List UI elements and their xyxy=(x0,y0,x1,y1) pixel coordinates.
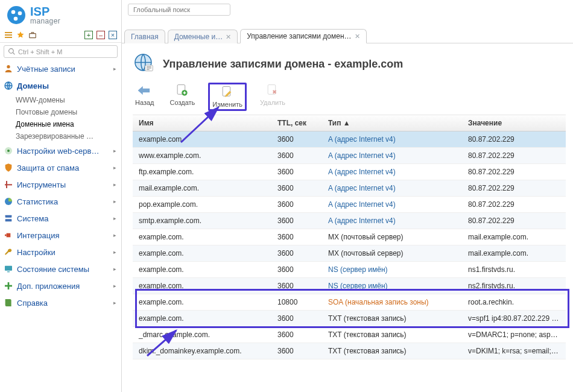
col-name[interactable]: Имя xyxy=(133,115,271,131)
nav-extra[interactable]: Доп. приложения▸ xyxy=(0,277,121,294)
chevron-right-icon: ▸ xyxy=(113,215,116,221)
nav-accounts[interactable]: Учётные записи▸ xyxy=(0,60,121,77)
table-row[interactable]: example.com.3600MX (почтовый сервер)mail… xyxy=(133,245,566,262)
table-row[interactable]: example.com.3600TXT (текстовая запись)v=… xyxy=(133,311,566,327)
table-row[interactable]: _dmarc.example.com.3600TXT (текстовая за… xyxy=(133,327,566,343)
cell-ttl: 3600 xyxy=(271,262,322,277)
svg-point-1 xyxy=(11,10,16,14)
list-icon[interactable] xyxy=(4,30,13,40)
cell-value: ns2.firstvds.ru. xyxy=(462,278,566,294)
nav-help[interactable]: Справка▸ xyxy=(0,294,121,311)
chevron-right-icon: ▸ xyxy=(113,266,116,272)
plugin-icon xyxy=(4,230,13,240)
global-search-input[interactable] xyxy=(128,4,230,16)
cell-type: A (адрес Internet v4) xyxy=(322,197,462,212)
cell-ttl: 10800 xyxy=(271,294,322,310)
chevron-right-icon: ▸ xyxy=(113,148,116,154)
sidebar-search[interactable]: Ctrl + Shift + M xyxy=(4,45,118,58)
cell-type: A (адрес Internet v4) xyxy=(322,213,462,229)
book-icon xyxy=(4,298,13,308)
close-all-icon[interactable]: × xyxy=(108,30,118,40)
expand-all-icon[interactable]: + xyxy=(84,30,93,40)
table-row[interactable]: dkim._domainkey.example.com.3600TXT (тек… xyxy=(133,343,566,359)
chevron-right-icon: ▸ xyxy=(113,165,116,171)
tab-dns-records[interactable]: Управление записями домен…✕ xyxy=(240,29,366,43)
briefcase-icon[interactable] xyxy=(28,30,37,40)
cell-name: example.com. xyxy=(133,262,271,277)
table-row[interactable]: example.com.3600NS (сервер имён)ns1.firs… xyxy=(133,262,566,278)
nav-sysstate[interactable]: Состояние системы▸ xyxy=(0,261,121,277)
nav-web-settings[interactable]: Настройки web-серв…▸ xyxy=(0,142,121,159)
cell-value: v=DMARC1; p=none; aspf=r; sp=n xyxy=(462,327,566,343)
table-row[interactable]: example.com.10800SOA (начальная запись з… xyxy=(133,294,566,311)
cell-value: 80.87.202.229 xyxy=(462,148,566,163)
table-row[interactable]: mail.example.com.3600A (адрес Internet v… xyxy=(133,180,566,197)
plus-icon xyxy=(4,281,13,291)
chevron-right-icon: ▸ xyxy=(113,300,116,306)
page-title: Управление записями домена - example.com xyxy=(163,58,403,71)
cell-ttl: 3600 xyxy=(271,131,322,147)
table-row[interactable]: pop.example.com.3600A (адрес Internet v4… xyxy=(133,197,566,213)
svg-rect-13 xyxy=(6,181,7,188)
tab-main[interactable]: Главная xyxy=(124,30,165,43)
table-row[interactable]: example.com.3600NS (сервер имён)ns2.firs… xyxy=(133,278,566,294)
table-header: Имя TTL, сек Тип ▲ Значение xyxy=(133,115,566,131)
nav-domains-reserved[interactable]: Зарезервированные … xyxy=(16,130,121,142)
cell-name: example.com. xyxy=(133,311,271,326)
cell-name: smtp.example.com. xyxy=(133,213,271,229)
cell-value: 80.87.202.229 xyxy=(462,213,566,229)
create-button[interactable]: Создать xyxy=(168,83,198,107)
svg-point-11 xyxy=(7,150,10,152)
server-icon xyxy=(4,213,13,223)
collapse-all-icon[interactable]: – xyxy=(96,30,106,40)
edit-button[interactable]: Изменить xyxy=(208,83,247,111)
cell-name: pop.example.com. xyxy=(133,197,271,212)
nav-domains-www[interactable]: WWW-домены xyxy=(16,94,121,106)
cell-ttl: 3600 xyxy=(271,311,322,326)
back-button[interactable]: Назад xyxy=(133,83,157,107)
nav-settings[interactable]: Настройки▸ xyxy=(0,244,121,261)
close-icon[interactable]: ✕ xyxy=(226,33,231,41)
nav-spam[interactable]: Защита от спама▸ xyxy=(0,159,121,176)
cell-type: MX (почтовый сервер) xyxy=(322,245,462,261)
table-row[interactable]: example.com.3600MX (почтовый сервер)mail… xyxy=(133,229,566,245)
svg-point-8 xyxy=(7,65,10,68)
table-row[interactable]: smtp.example.com.3600A (адрес Internet v… xyxy=(133,213,566,229)
chevron-right-icon: ▸ xyxy=(113,283,116,289)
nav-domains-mail[interactable]: Почтовые домены xyxy=(16,106,121,118)
svg-point-0 xyxy=(7,6,25,24)
cell-ttl: 3600 xyxy=(271,229,322,245)
cell-value: v=DKIM1; k=rsa; s=email; p=MIGfM xyxy=(462,343,566,359)
col-type[interactable]: Тип ▲ xyxy=(322,115,462,131)
col-value[interactable]: Значение xyxy=(462,115,566,131)
nav-stats[interactable]: Статистика▸ xyxy=(0,193,121,210)
cell-ttl: 3600 xyxy=(271,327,322,343)
nav-domains[interactable]: Домены xyxy=(0,77,121,94)
cell-name: example.com. xyxy=(133,294,271,310)
nav-domains-names[interactable]: Доменные имена xyxy=(16,118,121,130)
table-row[interactable]: example.com.3600A (адрес Internet v4)80.… xyxy=(133,131,566,148)
svg-point-2 xyxy=(18,11,22,16)
svg-rect-22 xyxy=(5,285,12,287)
cell-type: MX (почтовый сервер) xyxy=(322,229,462,245)
col-ttl[interactable]: TTL, сек xyxy=(271,115,322,131)
nav-tools[interactable]: Инструменты▸ xyxy=(0,176,121,193)
globe-gear-icon xyxy=(4,146,13,156)
cell-value: ns1.firstvds.ru. xyxy=(462,262,566,277)
table-row[interactable]: ftp.example.com.3600A (адрес Internet v4… xyxy=(133,164,566,180)
chevron-right-icon: ▸ xyxy=(113,66,116,72)
star-icon[interactable] xyxy=(16,30,25,40)
chevron-right-icon: ▸ xyxy=(113,249,116,255)
nav-system[interactable]: Система▸ xyxy=(0,210,121,227)
logo-icon xyxy=(6,5,27,25)
close-icon[interactable]: ✕ xyxy=(355,33,360,40)
search-icon xyxy=(8,48,16,55)
svg-rect-4 xyxy=(5,32,12,33)
user-icon xyxy=(4,64,13,74)
table-row[interactable]: www.example.com.3600A (адрес Internet v4… xyxy=(133,148,566,164)
nav-integration[interactable]: Интеграция▸ xyxy=(0,227,121,244)
cell-type: TXT (текстовая запись) xyxy=(322,311,462,326)
cell-value: root.a.rechkin. xyxy=(462,294,566,310)
tools-icon xyxy=(4,180,13,189)
tab-domain-names[interactable]: Доменные и…✕ xyxy=(168,30,238,43)
